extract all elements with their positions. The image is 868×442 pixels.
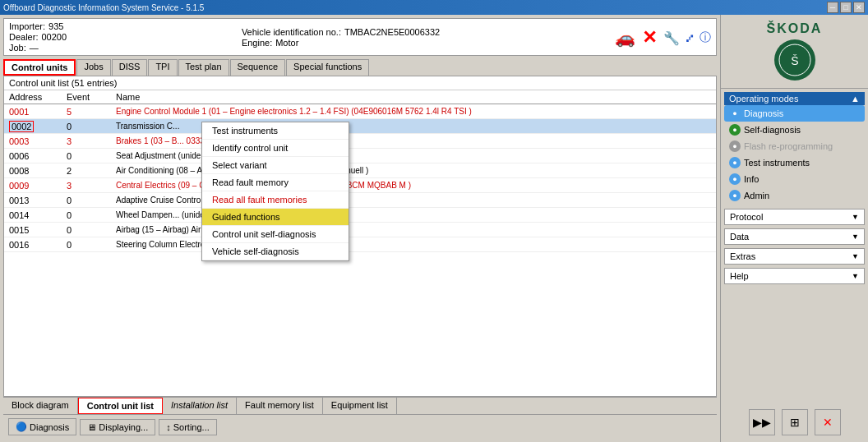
bottom-tabs: Block diagram Control unit list Installa… <box>3 397 717 414</box>
table-row[interactable]: 0009 3 Central Electrics (09 – Central e… <box>4 178 716 193</box>
col-header-name: Name <box>116 92 711 102</box>
event-cell: 2 <box>67 166 116 176</box>
tab-special-functions[interactable]: Special functions <box>286 59 369 76</box>
minimize-button[interactable]: ─ <box>827 2 838 13</box>
data-arrow-icon: ▼ <box>852 233 859 241</box>
bottom-tab-installation-list[interactable]: Installation list <box>163 398 237 414</box>
job-value: — <box>30 43 39 53</box>
dealer-label: Dealer: <box>9 32 38 42</box>
tab-tpi[interactable]: TPI <box>148 59 177 76</box>
address-cell: 0016 <box>9 240 67 250</box>
table-row[interactable]: 0014 0 Wheel Dampen... (unidentified) (—… <box>4 208 716 223</box>
self-diagnosis-mode-label: Self-diagnosis <box>744 125 801 135</box>
table-row[interactable]: 0008 2 Air Conditioning (08 – Air condit… <box>4 163 716 178</box>
main-tabs: Control units Jobs DISS TPI Test plan Se… <box>3 59 717 76</box>
sorting-button[interactable]: ↕ Sorting... <box>159 419 217 435</box>
table-row[interactable]: 0001 5 Engine Control Module 1 (01 – Eng… <box>4 104 716 119</box>
address-cell: 0009 <box>9 181 67 191</box>
job-label: Job: <box>9 43 26 53</box>
name-cell: Engine Control Module 1 (01 – Engine ele… <box>116 107 711 116</box>
operating-modes: Operating modes ▲ ● Diagnosis ● Self-dia… <box>721 89 868 207</box>
car-icon: 🚗 <box>615 28 635 48</box>
event-cell: 0 <box>67 210 116 220</box>
ctx-identify-control-unit[interactable]: Identify control unit <box>202 140 349 157</box>
ctx-guided-functions[interactable]: Guided functions <box>202 209 349 226</box>
extras-section[interactable]: Extras ▼ <box>724 248 865 265</box>
mode-diagnosis[interactable]: ● Diagnosis <box>724 105 865 122</box>
ctx-test-instruments[interactable]: Test instruments <box>202 122 349 140</box>
cu-list-header: Control unit list (51 entries) <box>4 76 716 90</box>
forward-button[interactable]: ▶▶ <box>749 409 775 435</box>
address-cell: 0008 <box>9 166 67 176</box>
data-section[interactable]: Data ▼ <box>724 228 865 245</box>
table-row[interactable]: 0015 0 Airbag (15 – Airbag) Airbag VW20 … <box>4 223 716 237</box>
test-instruments-mode-label: Test instruments <box>744 158 810 168</box>
diagnosis-label: Diagnosis <box>30 422 69 432</box>
event-cell: 0 <box>67 196 116 205</box>
mode-info[interactable]: ● Info <box>724 171 865 187</box>
event-cell: 3 <box>67 136 116 146</box>
ctx-read-fault-memory[interactable]: Read fault memory <box>202 174 349 191</box>
tab-control-units[interactable]: Control units <box>3 59 76 76</box>
ctx-select-variant[interactable]: Select variant <box>202 157 349 174</box>
protocol-label: Protocol <box>730 212 763 222</box>
title-bar-text: Offboard Diagnostic Information System S… <box>3 3 204 12</box>
chevron-up-icon: ▲ <box>851 94 860 104</box>
table-row[interactable]: 0016 0 Steering Column Electronics (16 –… <box>4 237 716 252</box>
displaying-button[interactable]: 🖥 Displaying... <box>80 419 155 435</box>
flash-reprogramming-mode-icon: ● <box>729 140 741 152</box>
bottom-toolbar: 🔵 Diagnosis 🖥 Displaying... ↕ Sorting... <box>3 414 717 439</box>
diagnosis-mode-label: Diagnosis <box>744 108 783 118</box>
bottom-tab-equipment-list[interactable]: Equipment list <box>323 398 397 414</box>
table-row[interactable]: 0006 0 Seat Adjustment (unidentified) (—… <box>4 149 716 163</box>
info-icon[interactable]: ⓘ <box>699 30 711 45</box>
ctx-read-all-fault-memories[interactable]: Read all fault memories <box>202 191 349 209</box>
ctx-control-unit-self-diagnosis[interactable]: Control unit self-diagnosis <box>202 226 349 243</box>
event-cell: 0 <box>67 225 116 235</box>
table-row[interactable]: 0013 0 Adaptive Cruise Control (13 – ...… <box>4 193 716 208</box>
close-right-button[interactable]: ✕ <box>815 409 841 435</box>
tab-diss[interactable]: DISS <box>112 59 148 76</box>
tab-jobs[interactable]: Jobs <box>76 59 110 76</box>
bottom-tab-block-diagram[interactable]: Block diagram <box>3 398 78 414</box>
sorting-label: Sorting... <box>173 422 210 432</box>
resize-button[interactable]: ⊞ <box>782 409 808 435</box>
mode-admin[interactable]: ● Admin <box>724 187 865 204</box>
address-cell: 0002 <box>9 122 67 131</box>
diagnosis-button[interactable]: 🔵 Diagnosis <box>8 418 76 435</box>
maximize-button[interactable]: □ <box>840 2 852 13</box>
protocol-section[interactable]: Protocol ▼ <box>724 209 865 225</box>
skoda-logo: Š <box>774 39 815 81</box>
brand-name: ŠKODA <box>767 21 823 36</box>
info-mode-label: Info <box>744 174 759 184</box>
bottom-tab-control-unit-list[interactable]: Control unit list <box>78 398 163 414</box>
tab-sequence[interactable]: Sequence <box>230 59 286 76</box>
help-label: Help <box>730 271 749 281</box>
close-button[interactable]: ✕ <box>853 2 865 13</box>
info-header: Importer: 935 Dealer: 00200 Job: — Vehic… <box>3 18 717 56</box>
table-row[interactable]: 0002 0 Transmission C... <box>4 119 716 134</box>
info-mode-icon: ● <box>729 173 741 185</box>
mode-flash-reprogramming[interactable]: ● Flash re-programming <box>724 138 865 154</box>
table-body: 0001 5 Engine Control Module 1 (01 – Eng… <box>4 104 716 396</box>
operating-modes-header[interactable]: Operating modes ▲ <box>724 92 865 105</box>
wrench-icon: 🔧 <box>663 30 680 46</box>
self-diagnosis-mode-icon: ● <box>729 124 741 136</box>
tab-test-plan[interactable]: Test plan <box>178 59 229 76</box>
table-row[interactable]: 0003 3 Brakes 1 (03 – B... 0333 ESC ) <box>4 134 716 149</box>
vin-label: Vehicle identification no.: <box>242 27 341 37</box>
address-cell: 0015 <box>9 225 67 235</box>
data-label: Data <box>730 232 749 242</box>
bottom-tab-fault-memory-list[interactable]: Fault memory list <box>237 398 323 414</box>
admin-mode-icon: ● <box>729 190 741 201</box>
engine-value: Motor <box>275 38 298 48</box>
mode-test-instruments[interactable]: ● Test instruments <box>724 154 865 171</box>
ctx-vehicle-self-diagnosis[interactable]: Vehicle self-diagnosis <box>202 243 349 260</box>
displaying-label: Displaying... <box>99 422 148 432</box>
mode-self-diagnosis[interactable]: ● Self-diagnosis <box>724 122 865 138</box>
svg-text:Š: Š <box>791 54 798 67</box>
admin-mode-label: Admin <box>744 191 769 200</box>
event-cell: 0 <box>67 151 116 161</box>
event-cell: 3 <box>67 181 116 191</box>
help-section[interactable]: Help ▼ <box>724 268 865 284</box>
